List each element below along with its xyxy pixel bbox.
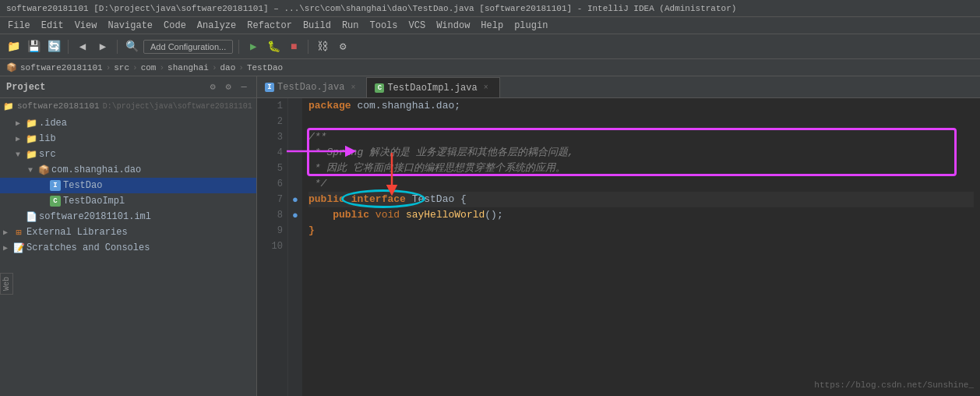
menu-run[interactable]: Run bbox=[337, 19, 364, 33]
folder-icon-src: 📁 bbox=[25, 149, 37, 161]
breadcrumb-icon: 📦 bbox=[6, 62, 17, 72]
editor-tabs: I TestDao.java × C TestDaoImpl.java × bbox=[257, 76, 980, 98]
menu-tools[interactable]: Tools bbox=[365, 19, 403, 33]
package-name: com.shanghai.dao bbox=[357, 98, 454, 114]
add-configuration-button[interactable]: Add Configuration... bbox=[143, 40, 233, 54]
tree-arrow-scratches: ▶ bbox=[3, 243, 12, 253]
tab-testdaoimpl[interactable]: C TestDaoImpl.java × bbox=[367, 77, 499, 97]
line-num-5: 5 bbox=[260, 161, 283, 176]
iml-icon: 📄 bbox=[25, 211, 37, 223]
menu-code[interactable]: Code bbox=[159, 19, 191, 33]
breadcrumb-src[interactable]: src bbox=[114, 63, 129, 72]
gutter-6 bbox=[288, 176, 302, 192]
tree-iml[interactable]: 📄 software20181101.iml bbox=[0, 209, 256, 225]
tree-lib[interactable]: ▶ 📁 lib bbox=[0, 131, 256, 147]
gutter-2 bbox=[288, 114, 302, 129]
code-line-8: public void sayHelloWorld (); bbox=[308, 207, 974, 223]
tree-scratches[interactable]: ▶ 📝 Scratches and Consoles bbox=[0, 240, 256, 256]
tab-close-testdao[interactable]: × bbox=[347, 82, 358, 93]
keyword-interface: interface bbox=[351, 192, 406, 207]
tab-icon-testdaoimpl: C bbox=[375, 83, 384, 93]
menu-vcs[interactable]: VCS bbox=[404, 19, 431, 33]
gutter-3 bbox=[288, 129, 302, 145]
root-folder-icon: 📁 bbox=[3, 101, 14, 111]
toolbar-back-btn[interactable]: ◀ bbox=[74, 38, 91, 55]
toolbar-sync-btn[interactable]: 🔄 bbox=[45, 38, 62, 55]
tree-label-scratches: Scratches and Consoles bbox=[26, 242, 150, 253]
tree-arrow-extlib: ▶ bbox=[3, 228, 12, 237]
tree-label-testdaoimpl: TestDaoImpl bbox=[63, 196, 125, 207]
toolbar-sep2 bbox=[117, 40, 118, 54]
closing-brace: } bbox=[308, 223, 315, 239]
toolbar-open-btn[interactable]: 💾 bbox=[25, 38, 42, 55]
toolbar-run-btn[interactable]: ▶ bbox=[245, 38, 262, 55]
comment-open: /** bbox=[308, 129, 326, 145]
tab-label-testdaoimpl: TestDaoImpl.java bbox=[387, 83, 477, 94]
folder-icon-lib: 📁 bbox=[25, 133, 37, 145]
project-root-line: 📁 software20181101 D:\project\java\softw… bbox=[0, 98, 256, 114]
tree-idea[interactable]: ▶ 📁 .idea bbox=[0, 115, 256, 131]
line-num-10: 10 bbox=[260, 239, 283, 254]
line-num-4: 4 bbox=[260, 145, 283, 161]
breadcrumb-testdao[interactable]: TestDao bbox=[247, 63, 283, 72]
line-num-6: 6 bbox=[260, 176, 283, 192]
panel-minimize-icon[interactable]: — bbox=[238, 81, 250, 94]
panel-gear-icon[interactable]: ⚙ bbox=[206, 81, 219, 94]
toolbar-search-btn[interactable]: 🔍 bbox=[123, 38, 140, 55]
breadcrumb-root[interactable]: software20181101 bbox=[20, 63, 103, 72]
breadcrumb-com[interactable]: com bbox=[141, 63, 157, 72]
scratches-icon: 📝 bbox=[12, 242, 25, 254]
editor-content[interactable]: 1 2 3 4 5 6 7 8 9 10 ● ● bbox=[257, 98, 980, 396]
tree-label-extlib: External Libraries bbox=[26, 227, 128, 238]
editor-area: I TestDao.java × C TestDaoImpl.java × 1 … bbox=[257, 76, 980, 396]
menu-refactor[interactable]: Refactor bbox=[242, 19, 297, 33]
menu-window[interactable]: Window bbox=[432, 19, 474, 33]
tab-close-testdaoimpl[interactable]: × bbox=[481, 83, 492, 94]
tree-testdaoimpl[interactable]: C TestDaoImpl bbox=[0, 193, 256, 209]
toolbar-new-btn[interactable]: 📁 bbox=[5, 38, 22, 55]
menu-file[interactable]: File bbox=[3, 19, 35, 33]
gutter-9 bbox=[288, 223, 302, 239]
menu-navigate[interactable]: Navigate bbox=[103, 19, 157, 33]
panel-settings-icon[interactable]: ⚙ bbox=[222, 81, 234, 94]
toolbar-forward-btn[interactable]: ▶ bbox=[94, 38, 111, 55]
code-line-3: /** bbox=[308, 129, 974, 145]
breadcrumb-shanghai[interactable]: shanghai bbox=[167, 63, 209, 72]
web-tab[interactable]: Web bbox=[0, 273, 13, 295]
tree-label-package: com.shanghai.dao bbox=[51, 164, 141, 175]
code-area[interactable]: package com.shanghai.dao ; /** * Spring … bbox=[302, 98, 980, 396]
breadcrumb-dao[interactable]: dao bbox=[220, 63, 236, 72]
tree-arrow-src: ▼ bbox=[16, 150, 25, 159]
tree-label-src: src bbox=[39, 149, 56, 160]
comment-close: */ bbox=[308, 176, 326, 192]
interface-icon-testdao: I bbox=[50, 180, 61, 191]
code-line-4: * Spring 解决的是 业务逻辑层和其他各层的耦合问题, bbox=[308, 145, 974, 161]
tree-label-lib: lib bbox=[39, 133, 56, 144]
tab-testdao[interactable]: I TestDao.java × bbox=[257, 77, 367, 97]
tree-package[interactable]: ▼ 📦 com.shanghai.dao bbox=[0, 162, 256, 178]
menu-help[interactable]: Help bbox=[476, 19, 508, 33]
tree-extlib[interactable]: ▶ ⊞ External Libraries bbox=[0, 225, 256, 240]
toolbar-debug-btn[interactable]: 🐛 bbox=[265, 38, 282, 55]
panel-header: Project ⚙ ⚙ — bbox=[0, 76, 256, 98]
comment-line5: * 因此 它将面向接口的编程思想贯穿整个系统的应用。 bbox=[308, 161, 566, 176]
project-root-path: D:\project\java\software20181101 bbox=[103, 102, 252, 111]
menu-build[interactable]: Build bbox=[298, 19, 336, 33]
tree-src[interactable]: ▼ 📁 src bbox=[0, 147, 256, 162]
tab-label-testdao: TestDao.java bbox=[277, 82, 344, 93]
comment-line4: * Spring 解决的是 业务逻辑层和其他各层的耦合问题, bbox=[308, 145, 574, 161]
code-line-9: } bbox=[308, 223, 974, 239]
menu-view[interactable]: View bbox=[70, 19, 102, 33]
toolbar-vcs-btn[interactable]: ⛓ bbox=[314, 38, 331, 55]
tree-testdao[interactable]: I TestDao bbox=[0, 178, 256, 193]
code-line-2 bbox=[308, 114, 974, 129]
code-line-10 bbox=[308, 239, 974, 254]
menu-plugin[interactable]: plugin bbox=[509, 19, 552, 33]
gutter-1 bbox=[288, 98, 302, 114]
menu-edit[interactable]: Edit bbox=[37, 19, 69, 33]
keyword-public-7: public bbox=[308, 192, 345, 207]
toolbar-settings-btn[interactable]: ⚙ bbox=[334, 38, 351, 55]
menu-analyze[interactable]: Analyze bbox=[192, 19, 241, 33]
package-icon: 📦 bbox=[37, 164, 50, 176]
toolbar-stop-btn[interactable]: ■ bbox=[285, 38, 302, 55]
